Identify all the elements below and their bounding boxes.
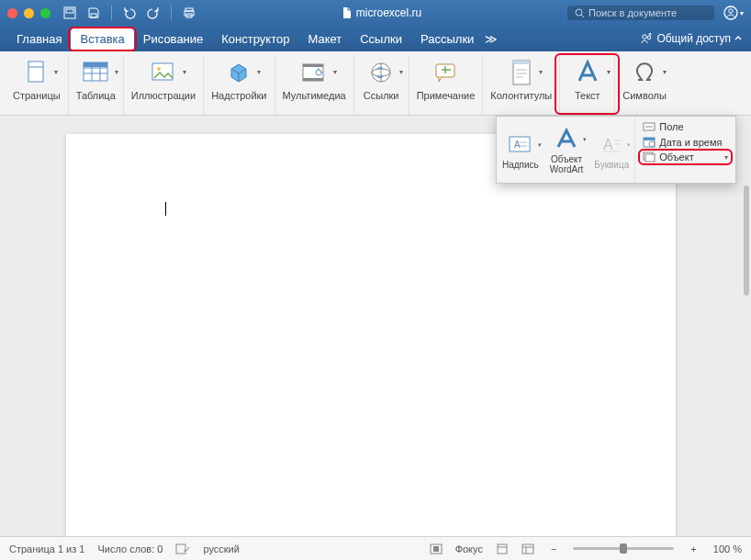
maximize-window-button[interactable] (40, 8, 50, 18)
ribbon-links-label: Ссылки (364, 90, 399, 101)
tab-references[interactable]: Ссылки (351, 28, 411, 50)
svg-point-6 (576, 9, 582, 16)
view-web-layout-icon[interactable] (521, 543, 534, 554)
ribbon-header-footer[interactable]: ▾ Колонтитулы (483, 55, 560, 115)
quick-access-toolbar (63, 6, 196, 20)
field-icon (643, 121, 656, 132)
tabs-overflow-icon[interactable]: ≫ (485, 32, 498, 46)
popup-field[interactable]: Поле (641, 120, 730, 133)
ribbon-tabs: Главная Вставка Рисование Конструктор Ма… (0, 26, 751, 51)
status-page-info[interactable]: Страница 1 из 1 (9, 543, 84, 554)
share-label: Общий доступ (656, 32, 731, 45)
svg-rect-18 (303, 78, 323, 81)
user-menu[interactable]: ▾ (723, 6, 744, 20)
collapse-ribbon-icon[interactable] (733, 33, 744, 44)
ribbon-header-footer-label: Колонтитулы (490, 90, 552, 101)
doc-title-text: microexcel.ru (356, 6, 421, 19)
svg-point-10 (648, 36, 652, 39)
svg-rect-17 (303, 64, 323, 67)
popup-wordart[interactable]: ▾ Объект WordArt (544, 117, 589, 183)
tab-layout[interactable]: Макет (298, 28, 351, 50)
tab-home[interactable]: Главная (7, 28, 71, 50)
zoom-in-button[interactable]: + (687, 543, 700, 554)
ribbon-text-label: Текст (575, 90, 600, 101)
ribbon: ▾ Страницы ▾ Таблица ▾ Иллюстрации ▾ Над… (0, 51, 751, 116)
document-page[interactable] (66, 134, 676, 536)
zoom-out-button[interactable]: − (547, 543, 560, 554)
search-input[interactable]: Поиск в документе (567, 6, 714, 20)
ribbon-text[interactable]: ▾ Текст (560, 55, 615, 115)
undo-icon[interactable] (123, 6, 136, 19)
text-popup-left: A▾ Надпись ▾ Объект WordArt A▾ Буквица (497, 117, 635, 183)
chevron-down-icon: ▾ (607, 68, 611, 76)
document-icon (342, 6, 353, 19)
minimize-window-button[interactable] (24, 8, 34, 18)
view-print-layout-icon[interactable] (496, 543, 509, 554)
svg-rect-30 (644, 138, 655, 140)
chevron-down-icon: ▾ (538, 141, 542, 149)
ribbon-links[interactable]: ▾ Ссылки (354, 55, 409, 115)
chevron-down-icon: ▾ (627, 141, 631, 149)
zoom-level[interactable]: 100 % (713, 543, 742, 554)
ribbon-media[interactable]: ▾ Мультимедиа (275, 55, 354, 115)
text-dropdown-panel: A▾ Надпись ▾ Объект WordArt A▾ Буквица П… (496, 116, 736, 184)
status-focus-label[interactable]: Фокус (455, 543, 483, 554)
calendar-icon (643, 136, 656, 148)
chevron-down-icon: ▾ (539, 68, 543, 76)
ribbon-table[interactable]: ▾ Таблица (69, 55, 124, 115)
svg-rect-24 (513, 61, 530, 64)
ribbon-symbols-label: Символы (622, 90, 667, 101)
search-icon (575, 8, 585, 18)
object-icon (643, 151, 656, 162)
svg-point-9 (643, 35, 646, 39)
popup-wordart-label: Объект WordArt (550, 154, 584, 174)
ribbon-addins[interactable]: ▾ Надстройки (204, 55, 275, 115)
status-word-count[interactable]: Число слов: 0 (97, 543, 163, 554)
chevron-down-icon: ▾ (115, 68, 118, 76)
tab-mailings[interactable]: Рассылки (411, 28, 483, 50)
popup-dropcap-label: Буквица (594, 160, 629, 170)
chevron-down-icon: ▾ (399, 68, 403, 76)
text-popup-right: Поле Дата и время Объект ▾ (635, 117, 735, 183)
ribbon-table-label: Таблица (76, 90, 116, 101)
window-controls (7, 8, 50, 18)
autosave-icon[interactable] (63, 6, 76, 19)
save-icon[interactable] (87, 6, 100, 19)
chevron-down-icon: ▾ (333, 68, 337, 76)
popup-field-label: Поле (659, 121, 683, 132)
zoom-slider-thumb[interactable] (620, 543, 627, 554)
popup-textbox[interactable]: A▾ Надпись (497, 117, 544, 183)
popup-date-time[interactable]: Дата и время (641, 135, 730, 149)
svg-rect-1 (66, 9, 73, 13)
close-window-button[interactable] (7, 8, 17, 18)
status-language[interactable]: русский (203, 543, 239, 554)
status-focus-icon[interactable] (430, 543, 443, 554)
ribbon-comment[interactable]: Примечание (409, 55, 484, 115)
redo-icon[interactable] (147, 6, 160, 19)
status-spellcheck-icon[interactable] (175, 543, 190, 555)
share-icon (640, 32, 653, 45)
ribbon-pages[interactable]: ▾ Страницы (6, 55, 69, 115)
ribbon-addins-label: Надстройки (211, 90, 266, 101)
popup-textbox-label: Надпись (502, 160, 539, 170)
ribbon-illustrations[interactable]: ▾ Иллюстрации (124, 55, 204, 115)
vertical-scrollbar[interactable] (744, 185, 749, 296)
svg-text:A: A (514, 140, 521, 150)
print-icon[interactable] (183, 6, 196, 19)
tab-insert[interactable]: Вставка (71, 28, 133, 50)
tab-draw[interactable]: Рисование (134, 28, 212, 50)
share-button[interactable]: Общий доступ (640, 32, 731, 45)
status-bar: Страница 1 из 1 Число слов: 0 русский Фо… (0, 536, 751, 560)
svg-rect-34 (176, 544, 185, 554)
popup-object[interactable]: Объект ▾ (641, 151, 730, 163)
chevron-down-icon: ▾ (724, 153, 728, 162)
ribbon-pages-label: Страницы (13, 90, 61, 101)
ribbon-symbols[interactable]: ▾ Символы (615, 55, 674, 115)
chevron-down-icon: ▾ (663, 68, 667, 76)
chevron-down-icon: ▾ (583, 136, 587, 143)
text-cursor (165, 202, 166, 216)
tab-design[interactable]: Конструктор (212, 28, 298, 50)
svg-rect-36 (433, 546, 439, 552)
zoom-slider[interactable] (573, 547, 674, 550)
chevron-down-icon: ▾ (54, 68, 58, 76)
